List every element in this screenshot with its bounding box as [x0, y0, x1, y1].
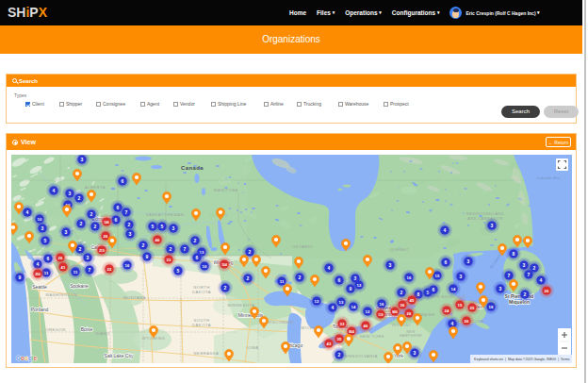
svg-text:3: 3 [41, 225, 44, 231]
svg-text:3: 3 [460, 274, 463, 279]
svg-text:MANITOBA: MANITOBA [214, 188, 238, 192]
svg-text:DAKOTA: DAKOTA [192, 323, 211, 327]
svg-text:6: 6 [47, 256, 50, 261]
svg-text:6: 6 [122, 178, 124, 184]
svg-text:104: 104 [221, 263, 227, 267]
svg-text:119: 119 [378, 313, 384, 317]
svg-text:ALBERTA: ALBERTA [85, 185, 106, 190]
svg-text:6: 6 [338, 277, 341, 283]
svg-text:2: 2 [94, 224, 97, 229]
svg-text:Canada: Canada [181, 165, 204, 171]
svg-text:QUEBEC: QUEBEC [390, 247, 410, 252]
svg-text:3: 3 [129, 231, 132, 237]
svg-text:3: 3 [81, 157, 84, 162]
svg-text:4: 4 [328, 265, 331, 271]
svg-text:4: 4 [53, 188, 56, 193]
svg-text:Keyboard shortcuts | Map dat: Keyboard shortcuts | Map data ©2025 Goog… [474, 358, 570, 361]
svg-text:25: 25 [470, 306, 475, 310]
svg-text:16: 16 [380, 302, 384, 307]
svg-text:3: 3 [172, 225, 175, 231]
svg-text:5: 5 [177, 268, 180, 274]
svg-text:2: 2 [224, 285, 227, 291]
svg-text:12: 12 [366, 309, 370, 314]
svg-text:Portland: Portland [31, 307, 49, 312]
svg-text:22: 22 [107, 267, 112, 272]
svg-text:18: 18 [489, 305, 494, 309]
svg-text:5: 5 [152, 224, 155, 229]
svg-text:46: 46 [155, 238, 160, 242]
svg-text:7: 7 [89, 267, 91, 273]
svg-text:4: 4 [451, 321, 454, 326]
svg-text:2: 2 [80, 221, 83, 226]
svg-text:2: 2 [90, 211, 93, 217]
svg-text:16: 16 [125, 263, 130, 268]
svg-text:MAINE: MAINE [420, 312, 435, 317]
svg-text:14: 14 [451, 287, 456, 291]
svg-text:35: 35 [337, 337, 342, 341]
svg-text:HAMPSHIRE: HAMPSHIRE [400, 334, 422, 338]
svg-text:5: 5 [161, 224, 164, 229]
svg-text:2: 2 [249, 249, 252, 255]
svg-text:2: 2 [170, 246, 172, 252]
svg-text:IOWA: IOWA [246, 345, 258, 350]
svg-text:2: 2 [142, 242, 145, 248]
svg-text:OREGON: OREGON [45, 327, 66, 332]
svg-text:2: 2 [79, 246, 82, 252]
svg-text:4: 4 [540, 277, 543, 283]
svg-text:146: 146 [104, 221, 109, 225]
svg-text:45: 45 [410, 298, 415, 303]
svg-text:9: 9 [19, 275, 22, 280]
svg-text:IDAHO: IDAHO [95, 331, 110, 336]
svg-text:7: 7 [125, 209, 128, 215]
svg-text:2: 2 [338, 352, 341, 358]
svg-text:12: 12 [315, 299, 319, 304]
svg-text:4: 4 [26, 209, 29, 215]
svg-text:41: 41 [61, 265, 66, 270]
svg-text:ONTARIO: ONTARIO [292, 244, 314, 249]
svg-text:WASHINGTON: WASHINGTON [45, 292, 77, 297]
svg-text:24: 24 [445, 308, 449, 313]
svg-text:4: 4 [332, 305, 335, 310]
svg-text:3: 3 [499, 286, 502, 291]
svg-text:3: 3 [414, 350, 416, 356]
svg-text:26: 26 [407, 311, 412, 316]
svg-text:6: 6 [445, 259, 448, 265]
svg-text:6: 6 [115, 217, 118, 223]
svg-text:3: 3 [65, 229, 68, 235]
svg-text:WISCONSIN: WISCONSIN [267, 320, 294, 325]
svg-text:2: 2 [247, 275, 250, 281]
svg-text:3: 3 [389, 262, 392, 268]
svg-text:2: 2 [194, 238, 197, 243]
svg-text:15: 15 [435, 274, 440, 278]
svg-text:MONTANA: MONTANA [123, 295, 146, 300]
svg-text:Labrador Sea: Labrador Sea [537, 175, 561, 180]
svg-text:3: 3 [491, 223, 494, 228]
svg-text:26: 26 [104, 234, 108, 239]
svg-text:10: 10 [203, 264, 207, 269]
svg-text:219: 219 [99, 249, 105, 253]
svg-text:NEW YORK: NEW YORK [360, 334, 385, 339]
svg-text:3: 3 [467, 258, 470, 264]
svg-text:Spokane: Spokane [70, 283, 89, 289]
svg-text:3: 3 [87, 255, 90, 260]
svg-text:3: 3 [523, 262, 526, 268]
svg-text:PENNSYLVANIA: PENNSYLVANIA [342, 354, 378, 358]
svg-text:43: 43 [327, 341, 332, 346]
svg-text:9: 9 [146, 254, 149, 259]
svg-text:3: 3 [69, 191, 72, 196]
svg-text:6: 6 [196, 255, 199, 260]
svg-text:33: 33 [167, 258, 172, 262]
svg-text:11: 11 [74, 270, 78, 275]
svg-text:7: 7 [508, 273, 511, 278]
svg-text:4: 4 [444, 227, 447, 233]
svg-text:e: e [34, 355, 38, 361]
svg-text:33: 33 [340, 322, 345, 326]
svg-text:MINNESOTA: MINNESOTA [227, 303, 254, 308]
svg-text:14: 14 [351, 305, 356, 309]
svg-text:SASKATCHEWAN: SASKATCHEWAN [146, 212, 185, 217]
svg-text:2: 2 [524, 291, 527, 297]
svg-text:DAKOTA: DAKOTA [192, 290, 211, 294]
svg-text:26: 26 [545, 289, 549, 293]
svg-text:2: 2 [299, 275, 302, 280]
svg-text:6: 6 [433, 287, 435, 292]
